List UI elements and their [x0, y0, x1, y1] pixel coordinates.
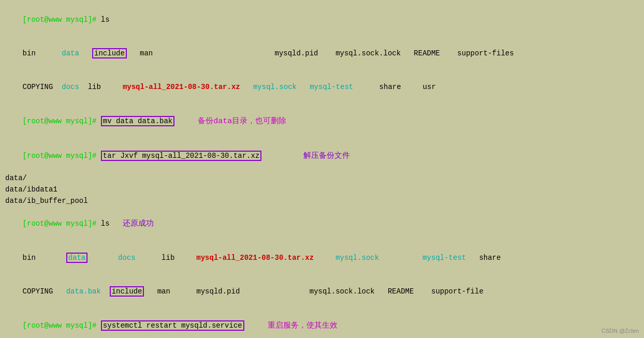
- line-tar-out-3: data/ib_buffer_pool: [5, 196, 639, 207]
- line-ls-out-1: bin data include man mysqld.pid mysql.so…: [5, 37, 639, 70]
- watermark: CSDN @Zclen: [602, 328, 639, 334]
- line-tar: [root@www mysql]# tar Jxvf mysql-all_202…: [5, 139, 639, 173]
- line-ls-1: [root@www mysql]# ls: [5, 3, 639, 37]
- line-ls-out-4: COPYING data.bak include man mysqld.pid …: [5, 275, 639, 308]
- line-ls-out-3: bin data docs lib mysql-all_2021-08-30.t…: [5, 241, 639, 275]
- line-systemctl: [root@www mysql]# systemctl restart mysq…: [5, 308, 639, 338]
- line-mv: [root@www mysql]# mv data data.bak 备份dat…: [5, 104, 639, 139]
- line-tar-out-2: data/ibdata1: [5, 184, 639, 196]
- line-ls-out-2: COPYING docs lib mysql-all_2021-08-30.ta…: [5, 70, 639, 104]
- prompt-1: [root@www mysql]#: [23, 16, 97, 24]
- line-ls-2: [root@www mysql]# ls 还原成功: [5, 207, 639, 242]
- line-tar-out-1: data/: [5, 173, 639, 184]
- terminal: [root@www mysql]# ls bin data include ma…: [0, 0, 644, 338]
